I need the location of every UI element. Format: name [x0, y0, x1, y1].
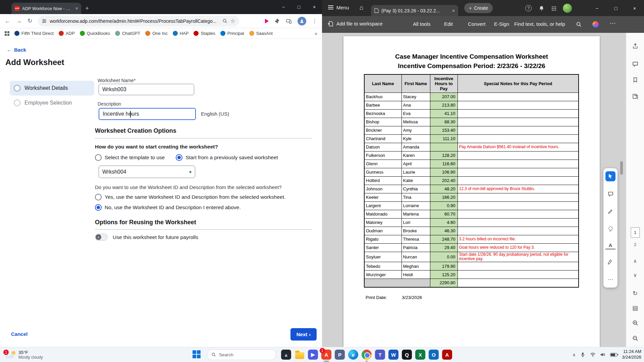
site-settings-icon[interactable]: [42, 19, 47, 23]
sign-tool[interactable]: [605, 257, 615, 267]
comments-icon[interactable]: [632, 61, 638, 67]
bookmark-item[interactable]: Fifth Third Direct: [14, 31, 54, 36]
start-button[interactable]: [190, 347, 204, 362]
taskbar-app-file-explorer[interactable]: [293, 347, 306, 362]
taskbar-app-excel[interactable]: X: [414, 347, 427, 362]
all-tools-button[interactable]: All tools: [413, 21, 431, 27]
page-thumbnail-1[interactable]: 1: [631, 227, 640, 238]
future-payrolls-toggle[interactable]: ×: [95, 234, 108, 241]
description-input[interactable]: Incentive hours: [99, 108, 196, 120]
app-grid-icon[interactable]: [551, 6, 556, 10]
forward-nav-icon[interactable]: →: [16, 18, 22, 24]
radio-no[interactable]: [95, 204, 102, 211]
extension-pink-icon[interactable]: [265, 19, 269, 23]
esign-button[interactable]: E-Sign: [494, 21, 509, 27]
saved-worksheet-select[interactable]: Wrksh004 ▾: [99, 166, 195, 178]
close-button[interactable]: ×: [307, 0, 322, 14]
bookmarks-icon[interactable]: [632, 77, 638, 83]
microphone-icon[interactable]: [580, 352, 585, 357]
worksheet-name-input[interactable]: Wrksh003: [99, 84, 194, 95]
taskbar-app-chrome[interactable]: [360, 347, 373, 362]
bookmark-item[interactable]: ADP: [59, 31, 75, 36]
battery-icon[interactable]: [610, 353, 617, 357]
draw-tool[interactable]: [605, 206, 615, 217]
page-thumbnails-icon[interactable]: [632, 94, 638, 100]
taskbar-app-word[interactable]: W: [387, 347, 400, 362]
wifi-icon[interactable]: [590, 352, 596, 357]
refresh-icon[interactable]: ↻: [633, 290, 638, 297]
extensions-puzzle-icon[interactable]: [274, 18, 280, 24]
browser-menu-icon[interactable]: ⋮: [312, 18, 317, 24]
taskbar-app-paint[interactable]: P: [333, 347, 346, 362]
search-icon[interactable]: [222, 18, 227, 23]
profile-avatar[interactable]: [298, 17, 306, 25]
url-field[interactable]: workforcenow.adp.com/theme/admin.html#/P…: [38, 16, 239, 26]
minimize-button[interactable]: −: [276, 0, 291, 14]
reload-icon[interactable]: ↻: [28, 17, 32, 24]
help-icon[interactable]: ?: [525, 5, 532, 11]
taskbar-app-outlook[interactable]: O: [427, 347, 440, 362]
text-tool[interactable]: A: [605, 241, 615, 249]
document-tab[interactable]: (Pay 3) 01.23.26 - 03.22.2... ×: [371, 5, 458, 16]
account-avatar[interactable]: [563, 4, 572, 13]
more-options-icon[interactable]: ⋯: [610, 20, 615, 27]
home-icon[interactable]: ⌂: [360, 4, 363, 11]
back-link[interactable]: ←Back: [7, 47, 26, 53]
close-button[interactable]: ×: [625, 0, 644, 16]
scrollbar-handle[interactable]: [620, 161, 623, 175]
select-tool[interactable]: [605, 171, 615, 181]
collapse-up-icon[interactable]: ∧: [633, 258, 637, 264]
bookmarks-overflow-icon[interactable]: »: [315, 31, 317, 36]
page-thumbnail-2[interactable]: 2: [634, 242, 636, 247]
comment-tool[interactable]: [605, 189, 615, 199]
zoom-out-icon[interactable]: [632, 335, 638, 342]
more-tools-icon[interactable]: ⋯: [605, 275, 615, 285]
collapse-down-icon[interactable]: ∨: [633, 272, 637, 278]
bookmark-star-icon[interactable]: ☆: [230, 18, 235, 24]
taskbar-app-edge[interactable]: e: [346, 347, 360, 362]
taskbar-app-adobe-reader[interactable]: A: [440, 347, 454, 362]
apps-grid-icon[interactable]: [5, 31, 9, 36]
new-tab-button[interactable]: +: [85, 5, 89, 12]
close-tab-icon[interactable]: ×: [75, 6, 78, 11]
taskbar-app-photos[interactable]: ▲: [279, 347, 293, 362]
bookmark-item[interactable]: Principal: [220, 31, 244, 36]
clock[interactable]: 11:24 AM 3/24/2026: [622, 349, 641, 360]
tray-chevron-icon[interactable]: ∧: [573, 352, 576, 357]
bookmark-item[interactable]: HAP: [173, 31, 189, 36]
lasso-tool[interactable]: [605, 224, 615, 234]
export-icon[interactable]: [632, 43, 638, 49]
restore-button[interactable]: □: [606, 0, 625, 16]
radio-select-template[interactable]: [95, 154, 102, 161]
add-file-button[interactable]: Add file to workspace: [327, 21, 383, 27]
close-tab-icon[interactable]: ×: [452, 8, 455, 13]
radio-yes[interactable]: [95, 194, 102, 200]
taskbar-app-qapp[interactable]: Q: [400, 347, 414, 362]
minimize-button[interactable]: −: [588, 0, 606, 16]
edit-button[interactable]: Edit: [444, 21, 453, 27]
bookmark-item[interactable]: ChatGPT: [115, 31, 140, 36]
search-icon[interactable]: [576, 21, 582, 27]
notifications-bell-icon[interactable]: [539, 5, 544, 11]
zoom-in-icon[interactable]: [632, 320, 638, 326]
volume-icon[interactable]: [600, 352, 605, 357]
taskbar-app-acrobat[interactable]: A1: [320, 347, 333, 362]
bookmark-item[interactable]: Staples: [194, 31, 215, 36]
bookmark-item[interactable]: SaasAnt: [249, 31, 273, 36]
find-input[interactable]: Find text, tools, or help: [514, 21, 565, 27]
bookmark-item[interactable]: One Inc: [145, 31, 168, 36]
weather-widget[interactable]: 1 35°F Mostly cloudy: [3, 347, 45, 362]
cancel-button[interactable]: Cancel: [11, 331, 28, 337]
taskbar-app-media-player[interactable]: ▶: [306, 347, 320, 362]
report-icon[interactable]: ▤: [632, 304, 638, 312]
step-worksheet-details[interactable]: Worksheet Details: [10, 81, 94, 96]
ai-assistant-icon[interactable]: [592, 21, 599, 27]
convert-button[interactable]: Convert: [468, 21, 486, 27]
bookmark-item[interactable]: QuickBooks: [80, 31, 110, 36]
next-button[interactable]: Next›: [290, 328, 317, 341]
radio-saved-worksheet[interactable]: [176, 154, 182, 161]
taskbar-search[interactable]: Search: [207, 349, 276, 360]
browser-tab[interactable]: ADP ADP Workforce Now - Payroll ×: [11, 3, 81, 14]
taskbar-app-teams[interactable]: T: [373, 347, 387, 362]
menu-button[interactable]: Menu: [328, 4, 349, 10]
